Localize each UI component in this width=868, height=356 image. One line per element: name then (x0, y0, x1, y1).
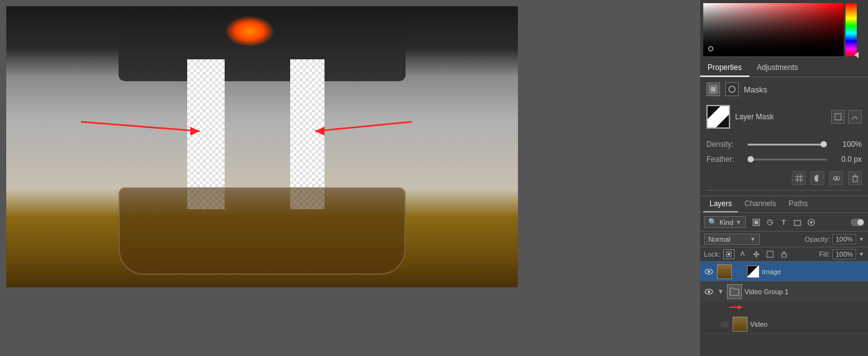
filter-toggle-thumb (857, 219, 864, 225)
layer-list: ⬚ Image ▼ Video G (700, 262, 868, 356)
eye-open-icon-2 (705, 289, 713, 295)
canvas-image (6, 6, 518, 287)
svg-rect-5 (711, 87, 716, 92)
vector-mask-icon[interactable] (725, 82, 739, 96)
svg-rect-24 (728, 253, 730, 255)
svg-rect-29 (767, 251, 773, 257)
kind-label: Kind (719, 219, 733, 226)
mask-invert-button[interactable] (811, 171, 824, 185)
opacity-chevron-icon: ▼ (859, 236, 864, 242)
layer-arrow-indicator-row (700, 302, 868, 314)
color-picker-area (700, 0, 868, 59)
feather-label: Feather: (706, 155, 744, 164)
lock-icons (723, 249, 789, 259)
opacity-label: Opacity: (805, 235, 830, 243)
layer-item-video[interactable]: Video (700, 314, 868, 334)
kind-chevron-icon: ▼ (736, 219, 741, 225)
fill-chevron-icon: ▼ (859, 251, 864, 257)
mask-visibility-button[interactable] (829, 171, 843, 185)
lock-paint-button[interactable] (737, 249, 748, 259)
filter-text-icon[interactable]: T (778, 217, 789, 228)
tab-properties[interactable]: Properties (700, 59, 749, 77)
layer-mask-row: Layer Mask (706, 102, 862, 131)
layer-expand-icon[interactable]: ▼ (717, 288, 724, 295)
layer-visibility-video[interactable] (719, 319, 730, 330)
opacity-value[interactable]: 100% (832, 234, 856, 244)
density-slider-thumb (821, 141, 827, 147)
color-gradient[interactable] (703, 3, 844, 56)
layer-filter-toggle[interactable] (851, 219, 864, 226)
checker-left (187, 59, 225, 209)
adjustment-icon (766, 218, 774, 227)
lock-artboard-button[interactable] (764, 249, 776, 259)
lock-pixels-button[interactable] (723, 249, 734, 259)
layer-name-videogroup: Video Group 1 (744, 288, 865, 295)
color-hue-slider[interactable] (846, 3, 857, 56)
mask-delete-button[interactable] (848, 171, 862, 185)
coffee-cup (119, 187, 406, 275)
lock-label: Lock: (704, 250, 720, 258)
svg-rect-18 (754, 220, 758, 224)
right-panel: Properties Adjustments Masks Layer Mask (700, 0, 868, 356)
layer-thumb-image (717, 264, 732, 279)
masks-section: Masks Layer Mask Density: (700, 77, 868, 195)
filter-pixel-icon[interactable] (751, 217, 762, 228)
tab-layers[interactable]: Layers (703, 196, 738, 212)
filter-adjustment-icon[interactable] (764, 217, 776, 228)
layer-visibility-videogroup[interactable] (703, 286, 714, 297)
blend-mode-dropdown[interactable]: Normal ▼ (704, 234, 760, 245)
feather-value: 0.0 px (831, 155, 862, 164)
color-gradient-overlay (703, 3, 844, 56)
lock-paint-icon (739, 250, 746, 258)
mask-apply-button[interactable] (831, 110, 845, 124)
tab-channels[interactable]: Channels (738, 196, 783, 212)
lock-all-button[interactable] (778, 249, 789, 259)
svg-marker-28 (758, 253, 759, 255)
masks-header: Masks (706, 82, 862, 96)
mask-grid-button[interactable] (792, 171, 806, 185)
tab-paths[interactable]: Paths (783, 196, 814, 212)
lock-move-button[interactable] (751, 249, 762, 259)
kind-search-icon: 🔍 (708, 218, 717, 226)
layer-name-video: Video (750, 320, 865, 328)
portafilter-left (187, 59, 225, 209)
density-row: Density: 100% (706, 139, 862, 150)
checker-right (290, 59, 324, 209)
pixel-mask-svg (709, 85, 718, 94)
lock-artboard-icon (766, 250, 774, 258)
color-picker-cursor (708, 46, 713, 51)
svg-point-32 (708, 270, 710, 273)
layer-visibility-image[interactable] (703, 266, 714, 277)
trash-icon (851, 174, 859, 182)
fill-value[interactable]: 100% (832, 249, 856, 259)
eye-closed-icon (720, 321, 729, 327)
pixel-mask-icon[interactable] (706, 82, 720, 96)
mask-apply-icon (834, 113, 842, 121)
kind-dropdown[interactable]: 🔍 Kind ▼ (704, 216, 746, 228)
feather-slider-thumb (748, 156, 754, 162)
svg-rect-14 (853, 177, 857, 182)
tab-adjustments[interactable]: Adjustments (749, 59, 806, 77)
mask-refine-button[interactable] (848, 110, 862, 124)
filter-smart-icon[interactable] (806, 217, 817, 228)
layer-mask-thumbnail (706, 105, 730, 129)
layer-name-image: Image (762, 268, 865, 275)
layers-toolbar: 🔍 Kind ▼ T (700, 213, 868, 232)
svg-marker-26 (755, 255, 758, 257)
layer-item-image[interactable]: ⬚ Image (700, 262, 868, 282)
layer-mask-label: Layer Mask (735, 112, 774, 121)
layers-tabs: Layers Channels Paths (700, 196, 868, 213)
eye-icon (832, 174, 841, 182)
fill-group: Fill: 100% ▼ (819, 249, 864, 259)
vector-mask-svg (728, 85, 736, 94)
grid-icon (795, 174, 803, 182)
density-slider-fill (748, 144, 827, 146)
layer-item-videogroup[interactable]: ▼ Video Group 1 (700, 282, 868, 302)
feather-slider[interactable] (748, 159, 827, 161)
filter-shape-icon[interactable] (792, 217, 803, 228)
machine-light (225, 16, 275, 47)
blend-chevron-icon: ▼ (750, 236, 756, 242)
svg-marker-36 (738, 305, 742, 310)
mask-actions (831, 110, 862, 124)
density-slider[interactable] (748, 144, 827, 146)
